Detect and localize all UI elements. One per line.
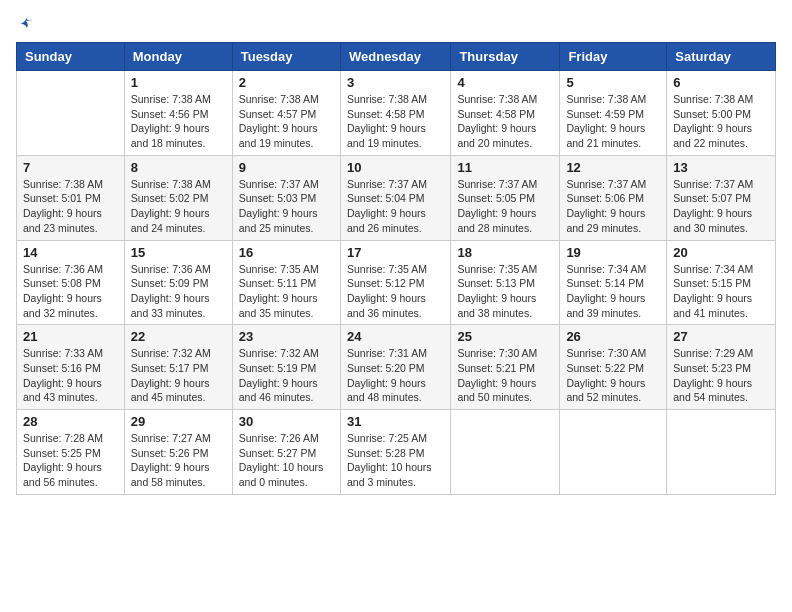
calendar-cell: 18Sunrise: 7:35 AMSunset: 5:13 PMDayligh… xyxy=(451,240,560,325)
week-row-3: 14Sunrise: 7:36 AMSunset: 5:08 PMDayligh… xyxy=(17,240,776,325)
day-info: Sunrise: 7:32 AMSunset: 5:17 PMDaylight:… xyxy=(131,346,226,405)
day-number: 11 xyxy=(457,160,553,175)
day-info: Sunrise: 7:32 AMSunset: 5:19 PMDaylight:… xyxy=(239,346,334,405)
logo-bird-icon xyxy=(18,16,36,34)
day-info: Sunrise: 7:37 AMSunset: 5:03 PMDaylight:… xyxy=(239,177,334,236)
calendar-cell: 4Sunrise: 7:38 AMSunset: 4:58 PMDaylight… xyxy=(451,71,560,156)
calendar-cell: 17Sunrise: 7:35 AMSunset: 5:12 PMDayligh… xyxy=(340,240,450,325)
header-cell-friday: Friday xyxy=(560,43,667,71)
calendar-cell: 10Sunrise: 7:37 AMSunset: 5:04 PMDayligh… xyxy=(340,155,450,240)
day-info: Sunrise: 7:34 AMSunset: 5:15 PMDaylight:… xyxy=(673,262,769,321)
calendar-cell: 11Sunrise: 7:37 AMSunset: 5:05 PMDayligh… xyxy=(451,155,560,240)
calendar-cell: 30Sunrise: 7:26 AMSunset: 5:27 PMDayligh… xyxy=(232,410,340,495)
calendar-cell xyxy=(560,410,667,495)
calendar-cell: 13Sunrise: 7:37 AMSunset: 5:07 PMDayligh… xyxy=(667,155,776,240)
day-number: 5 xyxy=(566,75,660,90)
day-number: 15 xyxy=(131,245,226,260)
day-number: 3 xyxy=(347,75,444,90)
calendar-cell: 29Sunrise: 7:27 AMSunset: 5:26 PMDayligh… xyxy=(124,410,232,495)
calendar-body: 1Sunrise: 7:38 AMSunset: 4:56 PMDaylight… xyxy=(17,71,776,495)
day-number: 16 xyxy=(239,245,334,260)
calendar-cell xyxy=(451,410,560,495)
header-row: SundayMondayTuesdayWednesdayThursdayFrid… xyxy=(17,43,776,71)
header-cell-monday: Monday xyxy=(124,43,232,71)
calendar-cell: 22Sunrise: 7:32 AMSunset: 5:17 PMDayligh… xyxy=(124,325,232,410)
calendar-cell: 5Sunrise: 7:38 AMSunset: 4:59 PMDaylight… xyxy=(560,71,667,156)
calendar-cell xyxy=(17,71,125,156)
day-info: Sunrise: 7:38 AMSunset: 5:02 PMDaylight:… xyxy=(131,177,226,236)
day-number: 30 xyxy=(239,414,334,429)
calendar-cell: 25Sunrise: 7:30 AMSunset: 5:21 PMDayligh… xyxy=(451,325,560,410)
day-info: Sunrise: 7:38 AMSunset: 5:00 PMDaylight:… xyxy=(673,92,769,151)
day-number: 26 xyxy=(566,329,660,344)
day-number: 1 xyxy=(131,75,226,90)
day-number: 25 xyxy=(457,329,553,344)
day-number: 18 xyxy=(457,245,553,260)
calendar-table: SundayMondayTuesdayWednesdayThursdayFrid… xyxy=(16,42,776,495)
day-info: Sunrise: 7:28 AMSunset: 5:25 PMDaylight:… xyxy=(23,431,118,490)
day-info: Sunrise: 7:37 AMSunset: 5:05 PMDaylight:… xyxy=(457,177,553,236)
calendar-cell: 6Sunrise: 7:38 AMSunset: 5:00 PMDaylight… xyxy=(667,71,776,156)
calendar-cell: 14Sunrise: 7:36 AMSunset: 5:08 PMDayligh… xyxy=(17,240,125,325)
calendar-cell xyxy=(667,410,776,495)
day-info: Sunrise: 7:27 AMSunset: 5:26 PMDaylight:… xyxy=(131,431,226,490)
calendar-cell: 26Sunrise: 7:30 AMSunset: 5:22 PMDayligh… xyxy=(560,325,667,410)
day-number: 22 xyxy=(131,329,226,344)
day-info: Sunrise: 7:38 AMSunset: 4:56 PMDaylight:… xyxy=(131,92,226,151)
day-info: Sunrise: 7:26 AMSunset: 5:27 PMDaylight:… xyxy=(239,431,334,490)
week-row-1: 1Sunrise: 7:38 AMSunset: 4:56 PMDaylight… xyxy=(17,71,776,156)
calendar-cell: 28Sunrise: 7:28 AMSunset: 5:25 PMDayligh… xyxy=(17,410,125,495)
day-number: 17 xyxy=(347,245,444,260)
calendar-cell: 24Sunrise: 7:31 AMSunset: 5:20 PMDayligh… xyxy=(340,325,450,410)
header xyxy=(16,16,776,34)
day-number: 20 xyxy=(673,245,769,260)
calendar-cell: 2Sunrise: 7:38 AMSunset: 4:57 PMDaylight… xyxy=(232,71,340,156)
day-number: 29 xyxy=(131,414,226,429)
day-info: Sunrise: 7:38 AMSunset: 5:01 PMDaylight:… xyxy=(23,177,118,236)
week-row-5: 28Sunrise: 7:28 AMSunset: 5:25 PMDayligh… xyxy=(17,410,776,495)
day-info: Sunrise: 7:30 AMSunset: 5:22 PMDaylight:… xyxy=(566,346,660,405)
header-cell-sunday: Sunday xyxy=(17,43,125,71)
calendar-cell: 3Sunrise: 7:38 AMSunset: 4:58 PMDaylight… xyxy=(340,71,450,156)
day-number: 10 xyxy=(347,160,444,175)
day-info: Sunrise: 7:35 AMSunset: 5:11 PMDaylight:… xyxy=(239,262,334,321)
calendar-cell: 12Sunrise: 7:37 AMSunset: 5:06 PMDayligh… xyxy=(560,155,667,240)
day-number: 19 xyxy=(566,245,660,260)
day-info: Sunrise: 7:37 AMSunset: 5:06 PMDaylight:… xyxy=(566,177,660,236)
day-number: 24 xyxy=(347,329,444,344)
calendar-cell: 8Sunrise: 7:38 AMSunset: 5:02 PMDaylight… xyxy=(124,155,232,240)
calendar-cell: 27Sunrise: 7:29 AMSunset: 5:23 PMDayligh… xyxy=(667,325,776,410)
day-info: Sunrise: 7:29 AMSunset: 5:23 PMDaylight:… xyxy=(673,346,769,405)
day-info: Sunrise: 7:36 AMSunset: 5:09 PMDaylight:… xyxy=(131,262,226,321)
day-info: Sunrise: 7:33 AMSunset: 5:16 PMDaylight:… xyxy=(23,346,118,405)
calendar-cell: 20Sunrise: 7:34 AMSunset: 5:15 PMDayligh… xyxy=(667,240,776,325)
calendar-cell: 31Sunrise: 7:25 AMSunset: 5:28 PMDayligh… xyxy=(340,410,450,495)
day-info: Sunrise: 7:36 AMSunset: 5:08 PMDaylight:… xyxy=(23,262,118,321)
header-cell-tuesday: Tuesday xyxy=(232,43,340,71)
calendar-cell: 23Sunrise: 7:32 AMSunset: 5:19 PMDayligh… xyxy=(232,325,340,410)
day-number: 28 xyxy=(23,414,118,429)
day-number: 21 xyxy=(23,329,118,344)
day-number: 4 xyxy=(457,75,553,90)
day-info: Sunrise: 7:35 AMSunset: 5:12 PMDaylight:… xyxy=(347,262,444,321)
day-info: Sunrise: 7:31 AMSunset: 5:20 PMDaylight:… xyxy=(347,346,444,405)
header-cell-thursday: Thursday xyxy=(451,43,560,71)
day-number: 2 xyxy=(239,75,334,90)
day-info: Sunrise: 7:37 AMSunset: 5:04 PMDaylight:… xyxy=(347,177,444,236)
day-info: Sunrise: 7:38 AMSunset: 4:57 PMDaylight:… xyxy=(239,92,334,151)
day-info: Sunrise: 7:37 AMSunset: 5:07 PMDaylight:… xyxy=(673,177,769,236)
day-number: 14 xyxy=(23,245,118,260)
calendar-cell: 19Sunrise: 7:34 AMSunset: 5:14 PMDayligh… xyxy=(560,240,667,325)
week-row-4: 21Sunrise: 7:33 AMSunset: 5:16 PMDayligh… xyxy=(17,325,776,410)
day-info: Sunrise: 7:35 AMSunset: 5:13 PMDaylight:… xyxy=(457,262,553,321)
calendar-cell: 9Sunrise: 7:37 AMSunset: 5:03 PMDaylight… xyxy=(232,155,340,240)
calendar-header: SundayMondayTuesdayWednesdayThursdayFrid… xyxy=(17,43,776,71)
day-info: Sunrise: 7:38 AMSunset: 4:58 PMDaylight:… xyxy=(347,92,444,151)
logo xyxy=(16,16,36,34)
day-info: Sunrise: 7:30 AMSunset: 5:21 PMDaylight:… xyxy=(457,346,553,405)
calendar-cell: 15Sunrise: 7:36 AMSunset: 5:09 PMDayligh… xyxy=(124,240,232,325)
day-info: Sunrise: 7:34 AMSunset: 5:14 PMDaylight:… xyxy=(566,262,660,321)
day-info: Sunrise: 7:38 AMSunset: 4:59 PMDaylight:… xyxy=(566,92,660,151)
day-number: 13 xyxy=(673,160,769,175)
day-number: 12 xyxy=(566,160,660,175)
